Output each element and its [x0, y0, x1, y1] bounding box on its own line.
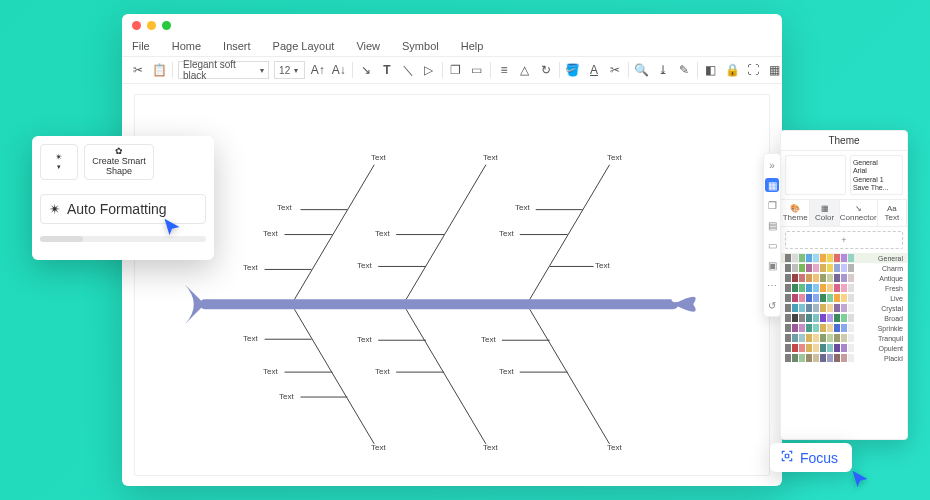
palette-row[interactable]: Placid	[781, 353, 907, 363]
palette-row[interactable]: Sprinkle	[781, 323, 907, 333]
palette-row[interactable]: Charm	[781, 263, 907, 273]
panel-collapse-icon[interactable]: »	[765, 158, 779, 172]
bone-label: Text	[595, 261, 610, 270]
side-tab-layers[interactable]: ❐	[765, 198, 779, 212]
menu-page-layout[interactable]: Page Layout	[273, 40, 335, 52]
palette-row[interactable]: Opulent	[781, 343, 907, 353]
paste-icon[interactable]: 📋	[151, 62, 167, 79]
svg-line-12	[294, 309, 374, 444]
swatch	[806, 274, 812, 282]
font-size-select[interactable]: 12	[274, 61, 305, 79]
swatch	[785, 304, 791, 312]
swatch	[827, 294, 833, 302]
swatch	[841, 334, 847, 342]
lock-icon[interactable]: 🔒	[724, 62, 740, 79]
swatch	[806, 264, 812, 272]
swatch	[806, 334, 812, 342]
font-family-select[interactable]: Elegant soft black	[178, 61, 269, 79]
swatch	[827, 254, 833, 262]
zoom-icon[interactable]: 🔍	[634, 62, 650, 79]
fill-icon[interactable]: 🪣	[565, 62, 581, 79]
bone-label: Text	[357, 261, 372, 270]
side-tab-history[interactable]: ↺	[765, 298, 779, 312]
pen-icon[interactable]: ✎	[676, 62, 692, 79]
side-tab-theme[interactable]: ▦	[765, 178, 779, 192]
grid-icon[interactable]: ▦	[766, 62, 782, 79]
export-icon[interactable]: ⤓	[655, 62, 671, 79]
focus-icon	[780, 449, 794, 466]
swatch	[792, 344, 798, 352]
menu-file[interactable]: File	[132, 40, 150, 52]
swatch	[848, 334, 854, 342]
swatch	[806, 324, 812, 332]
menu-home[interactable]: Home	[172, 40, 201, 52]
palette-row[interactable]: Live	[781, 293, 907, 303]
side-tab-shapes[interactable]: ▣	[765, 258, 779, 272]
swatch	[799, 334, 805, 342]
palette-row[interactable]: Fresh	[781, 283, 907, 293]
bone-end-label: Text	[483, 153, 498, 162]
palette-label: Sprinkle	[878, 325, 903, 332]
swatch	[785, 314, 791, 322]
magic-format-button[interactable]: ✴ ▾	[40, 144, 78, 180]
palette-label: Placid	[884, 355, 903, 362]
increase-font-icon[interactable]: A↑	[310, 62, 326, 79]
window-maximize-button[interactable]	[162, 21, 171, 30]
window-close-button[interactable]	[132, 21, 141, 30]
swatch	[792, 284, 798, 292]
menu-symbol[interactable]: Symbol	[402, 40, 439, 52]
palette-row[interactable]: Tranquil	[781, 333, 907, 343]
bone-label: Text	[515, 203, 530, 212]
tab-color[interactable]: ▦Color	[810, 199, 839, 227]
font-color-icon[interactable]: A	[586, 62, 602, 79]
swatch	[848, 314, 854, 322]
tab-connector[interactable]: ↘Connector	[840, 199, 878, 227]
swatch	[813, 254, 819, 262]
bone-label: Text	[279, 392, 294, 401]
tab-theme[interactable]: 🎨Theme	[781, 199, 810, 227]
menu-view[interactable]: View	[356, 40, 380, 52]
create-smart-shape-button[interactable]: ✿ Create Smart Shape	[84, 144, 154, 180]
tab-text[interactable]: AaText	[878, 199, 907, 227]
menu-insert[interactable]: Insert	[223, 40, 251, 52]
palette-row[interactable]: Antique	[781, 273, 907, 283]
theme-preview-thumbnail[interactable]	[785, 155, 846, 195]
expand-icon[interactable]: ⛶	[745, 62, 761, 79]
align-icon[interactable]: ≡	[496, 62, 512, 79]
more1-icon[interactable]: ◧	[703, 62, 719, 79]
text-tool-icon[interactable]: T	[379, 62, 395, 79]
swatch	[834, 314, 840, 322]
swatch	[827, 334, 833, 342]
side-tab-pages[interactable]: ▤	[765, 218, 779, 232]
side-tab-more[interactable]: ⋯	[765, 278, 779, 292]
sparkle-icon: ✴	[49, 201, 61, 217]
svg-line-14	[530, 309, 610, 444]
rotate-icon[interactable]: ↻	[538, 62, 554, 79]
canvas[interactable]: Text Text Text Text Text Text Text Text …	[134, 94, 770, 476]
swatch	[792, 254, 798, 262]
swatch	[848, 344, 854, 352]
toolbar: ✂ 📋 Elegant soft black 12 A↑ A↓ ↘ T ＼ ▷ …	[122, 56, 782, 84]
palette-row[interactable]: General	[781, 253, 907, 263]
bone-label: Text	[243, 334, 258, 343]
swatch	[834, 344, 840, 352]
distribute-icon[interactable]: △	[517, 62, 533, 79]
focus-mode-button[interactable]: Focus	[770, 443, 852, 472]
palette-row[interactable]: Broad	[781, 313, 907, 323]
connector-icon[interactable]: ↘	[358, 62, 374, 79]
window-minimize-button[interactable]	[147, 21, 156, 30]
pointer-icon[interactable]: ▷	[421, 62, 437, 79]
line-tool-icon[interactable]: ＼	[400, 62, 416, 79]
swatch	[848, 254, 854, 262]
crop-icon[interactable]: ✂	[607, 62, 623, 79]
layer-icon[interactable]: ❐	[448, 62, 464, 79]
shape-icon[interactable]: ▭	[469, 62, 485, 79]
side-tab-comments[interactable]: ▭	[765, 238, 779, 252]
menu-help[interactable]: Help	[461, 40, 484, 52]
scissors-icon[interactable]: ✂	[130, 62, 146, 79]
titlebar	[122, 14, 782, 36]
decrease-font-icon[interactable]: A↓	[331, 62, 347, 79]
bone-end-label: Text	[371, 443, 386, 452]
add-theme-button[interactable]: +	[785, 231, 903, 249]
palette-row[interactable]: Crystal	[781, 303, 907, 313]
